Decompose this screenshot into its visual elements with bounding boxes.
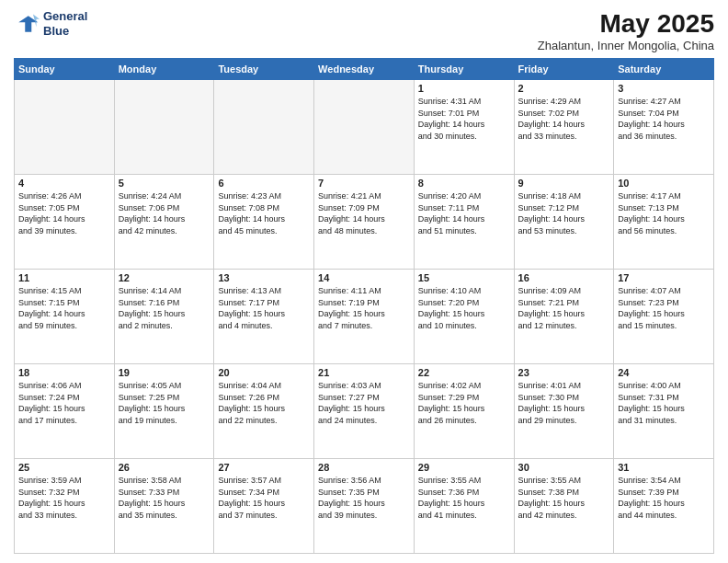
calendar-day: 8Sunrise: 4:20 AM Sunset: 7:11 PM Daylig… [414,175,514,270]
calendar-day: 17Sunrise: 4:07 AM Sunset: 7:23 PM Dayli… [614,270,714,364]
calendar-day: 19Sunrise: 4:05 AM Sunset: 7:25 PM Dayli… [114,364,214,459]
day-info: Sunrise: 3:56 AM Sunset: 7:35 PM Dayligh… [318,475,410,521]
day-number: 3 [618,83,710,94]
day-info: Sunrise: 4:20 AM Sunset: 7:11 PM Dayligh… [418,190,510,236]
day-info: Sunrise: 3:59 AM Sunset: 7:32 PM Dayligh… [18,475,110,521]
col-saturday: Saturday [614,59,714,80]
col-sunday: Sunday [15,59,115,80]
calendar-day: 27Sunrise: 3:57 AM Sunset: 7:34 PM Dayli… [214,459,314,554]
day-number: 22 [418,367,510,378]
page: General Blue May 2025 Zhalantun, Inner M… [0,0,728,563]
calendar-day [314,80,415,175]
col-friday: Friday [514,59,614,80]
day-info: Sunrise: 4:14 AM Sunset: 7:16 PM Dayligh… [119,285,210,331]
calendar-day: 2Sunrise: 4:29 AM Sunset: 7:02 PM Daylig… [514,80,614,175]
calendar-day: 29Sunrise: 3:55 AM Sunset: 7:36 PM Dayli… [414,459,514,554]
day-number: 27 [218,462,310,473]
logo-text: General Blue [43,9,87,38]
day-info: Sunrise: 4:11 AM Sunset: 7:19 PM Dayligh… [318,285,410,331]
day-number: 5 [119,178,210,189]
day-info: Sunrise: 4:17 AM Sunset: 7:13 PM Dayligh… [618,190,710,236]
day-number: 13 [218,272,310,283]
day-info: Sunrise: 3:55 AM Sunset: 7:36 PM Dayligh… [418,475,510,521]
calendar-day: 3Sunrise: 4:27 AM Sunset: 7:04 PM Daylig… [614,80,714,175]
calendar-day: 30Sunrise: 3:55 AM Sunset: 7:38 PM Dayli… [514,459,614,554]
calendar-day: 26Sunrise: 3:58 AM Sunset: 7:33 PM Dayli… [114,459,214,554]
day-number: 16 [518,272,610,283]
day-number: 23 [518,367,610,378]
day-info: Sunrise: 4:27 AM Sunset: 7:04 PM Dayligh… [618,96,710,142]
day-info: Sunrise: 4:29 AM Sunset: 7:02 PM Dayligh… [518,96,610,142]
month-title: May 2025 [538,9,714,39]
calendar-day [214,80,314,175]
calendar-day: 20Sunrise: 4:04 AM Sunset: 7:26 PM Dayli… [214,364,314,459]
calendar-day: 9Sunrise: 4:18 AM Sunset: 7:12 PM Daylig… [514,175,614,270]
calendar-day: 14Sunrise: 4:11 AM Sunset: 7:19 PM Dayli… [314,270,415,364]
day-info: Sunrise: 3:55 AM Sunset: 7:38 PM Dayligh… [518,475,610,521]
header: General Blue May 2025 Zhalantun, Inner M… [14,9,714,52]
calendar-day [114,80,214,175]
calendar-day: 5Sunrise: 4:24 AM Sunset: 7:06 PM Daylig… [114,175,214,270]
calendar-week-5: 25Sunrise: 3:59 AM Sunset: 7:32 PM Dayli… [15,459,714,554]
day-number: 1 [418,83,510,94]
day-info: Sunrise: 4:31 AM Sunset: 7:01 PM Dayligh… [418,96,510,142]
calendar-day: 25Sunrise: 3:59 AM Sunset: 7:32 PM Dayli… [15,459,115,554]
day-number: 8 [418,178,510,189]
day-info: Sunrise: 4:04 AM Sunset: 7:26 PM Dayligh… [218,380,310,426]
calendar-day [15,80,115,175]
calendar-day: 16Sunrise: 4:09 AM Sunset: 7:21 PM Dayli… [514,270,614,364]
col-wednesday: Wednesday [314,59,415,80]
day-number: 28 [318,462,410,473]
col-tuesday: Tuesday [214,59,314,80]
day-number: 21 [318,367,410,378]
day-info: Sunrise: 4:21 AM Sunset: 7:09 PM Dayligh… [318,190,410,236]
day-number: 9 [518,178,610,189]
col-thursday: Thursday [414,59,514,80]
day-number: 18 [18,367,110,378]
col-monday: Monday [114,59,214,80]
calendar-week-4: 18Sunrise: 4:06 AM Sunset: 7:24 PM Dayli… [15,364,714,459]
calendar-day: 21Sunrise: 4:03 AM Sunset: 7:27 PM Dayli… [314,364,415,459]
day-number: 19 [119,367,210,378]
calendar-day: 23Sunrise: 4:01 AM Sunset: 7:30 PM Dayli… [514,364,614,459]
calendar-day: 6Sunrise: 4:23 AM Sunset: 7:08 PM Daylig… [214,175,314,270]
day-info: Sunrise: 4:09 AM Sunset: 7:21 PM Dayligh… [518,285,610,331]
day-number: 2 [518,83,610,94]
day-number: 29 [418,462,510,473]
day-info: Sunrise: 3:54 AM Sunset: 7:39 PM Dayligh… [618,475,710,521]
logo: General Blue [14,9,87,38]
day-info: Sunrise: 3:58 AM Sunset: 7:33 PM Dayligh… [119,475,210,521]
logo-line1: General [43,9,87,24]
calendar-week-2: 4Sunrise: 4:26 AM Sunset: 7:05 PM Daylig… [15,175,714,270]
logo-line2: Blue [43,24,87,39]
day-info: Sunrise: 4:03 AM Sunset: 7:27 PM Dayligh… [318,380,410,426]
day-info: Sunrise: 4:01 AM Sunset: 7:30 PM Dayligh… [518,380,610,426]
day-number: 12 [119,272,210,283]
calendar-day: 10Sunrise: 4:17 AM Sunset: 7:13 PM Dayli… [614,175,714,270]
day-info: Sunrise: 4:00 AM Sunset: 7:31 PM Dayligh… [618,380,710,426]
calendar-week-3: 11Sunrise: 4:15 AM Sunset: 7:15 PM Dayli… [15,270,714,364]
calendar-day: 31Sunrise: 3:54 AM Sunset: 7:39 PM Dayli… [614,459,714,554]
day-info: Sunrise: 4:05 AM Sunset: 7:25 PM Dayligh… [119,380,210,426]
calendar-day: 4Sunrise: 4:26 AM Sunset: 7:05 PM Daylig… [15,175,115,270]
day-info: Sunrise: 4:10 AM Sunset: 7:20 PM Dayligh… [418,285,510,331]
day-number: 10 [618,178,710,189]
calendar-day: 7Sunrise: 4:21 AM Sunset: 7:09 PM Daylig… [314,175,415,270]
day-number: 11 [18,272,110,283]
calendar-day: 24Sunrise: 4:00 AM Sunset: 7:31 PM Dayli… [614,364,714,459]
day-info: Sunrise: 4:07 AM Sunset: 7:23 PM Dayligh… [618,285,710,331]
day-number: 20 [218,367,310,378]
calendar-table: Sunday Monday Tuesday Wednesday Thursday… [14,58,714,554]
calendar-day: 12Sunrise: 4:14 AM Sunset: 7:16 PM Dayli… [114,270,214,364]
day-number: 14 [318,272,410,283]
day-info: Sunrise: 4:13 AM Sunset: 7:17 PM Dayligh… [218,285,310,331]
day-number: 30 [518,462,610,473]
calendar-day: 13Sunrise: 4:13 AM Sunset: 7:17 PM Dayli… [214,270,314,364]
calendar-day: 22Sunrise: 4:02 AM Sunset: 7:29 PM Dayli… [414,364,514,459]
day-number: 4 [18,178,110,189]
day-number: 6 [218,178,310,189]
day-info: Sunrise: 4:02 AM Sunset: 7:29 PM Dayligh… [418,380,510,426]
day-number: 17 [618,272,710,283]
day-number: 24 [618,367,710,378]
title-block: May 2025 Zhalantun, Inner Mongolia, Chin… [538,9,714,52]
